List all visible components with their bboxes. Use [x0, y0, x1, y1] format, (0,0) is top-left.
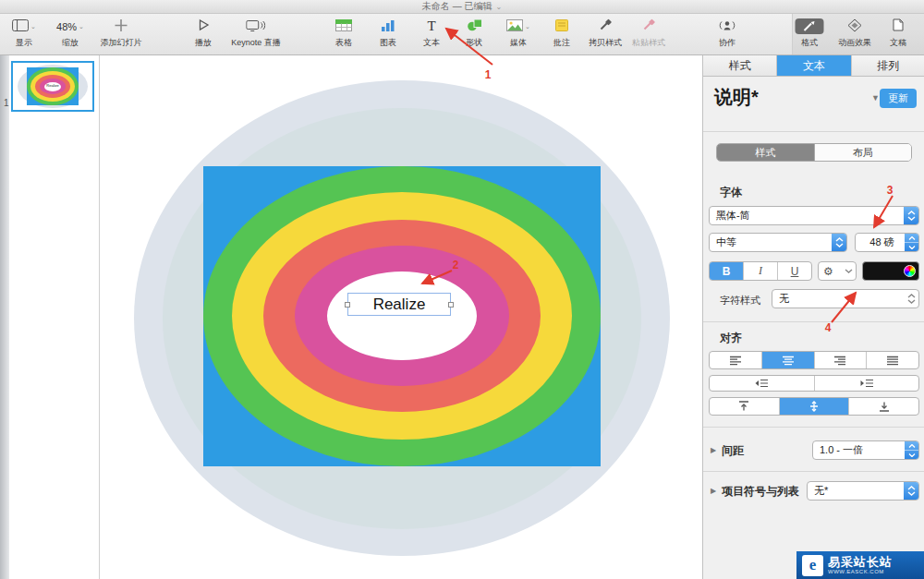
site-watermark: e 易采站长站 WWW.EASCK.COM [796, 551, 924, 579]
table-label: 表格 [335, 37, 352, 49]
play-label: 播放 [195, 37, 212, 49]
bold-button[interactable]: B [710, 262, 744, 280]
align-right-button[interactable] [815, 352, 868, 368]
valign-bottom-button[interactable] [849, 398, 918, 415]
eyedropper-icon [642, 18, 655, 34]
resize-handle-right[interactable] [448, 302, 454, 308]
zoom-value: 48% [56, 21, 77, 32]
valign-top-button[interactable] [710, 398, 780, 415]
inspector-tabs: 样式 文本 排列 [703, 55, 924, 77]
valign-middle-button[interactable] [780, 398, 850, 415]
divider [703, 471, 924, 472]
bullets-select[interactable]: 无* [807, 481, 919, 501]
view-icon [12, 19, 29, 34]
popup-chevrons-icon [904, 482, 918, 500]
paste-style-label: 粘贴样式 [632, 37, 665, 49]
text-box[interactable]: Realize [347, 293, 451, 316]
tab-style[interactable]: 样式 [703, 55, 777, 76]
slide-thumbnail[interactable]: Realize [11, 61, 94, 112]
text-button[interactable]: T 文本 [423, 18, 440, 49]
plus-icon [115, 18, 128, 35]
eyedropper-icon [599, 18, 612, 34]
tab-arrange[interactable]: 排列 [852, 55, 924, 76]
keynote-live-button[interactable]: Keynote 直播 [231, 18, 281, 49]
vertical-align-segment [709, 397, 919, 416]
animate-diamond-icon [847, 18, 862, 35]
divider [703, 131, 924, 132]
divider [703, 321, 924, 322]
chevron-down-icon: ⌄ [30, 23, 36, 30]
add-slide-label: 添加幻灯片 [101, 37, 142, 49]
align-left-button[interactable] [710, 352, 762, 368]
align-justify-button[interactable] [867, 352, 918, 368]
char-style-label: 字符样式 [720, 294, 760, 308]
text-icon: T [427, 18, 435, 34]
popup-chevrons-icon [904, 290, 918, 308]
popup-chevrons-icon [904, 207, 918, 224]
format-brush-icon [796, 18, 824, 34]
watermark-subtitle: WWW.EASCK.COM [828, 569, 893, 575]
stepper-icon [905, 234, 918, 251]
spacing-label: 间距 [722, 443, 744, 459]
update-button[interactable]: 更新 [880, 89, 917, 108]
shape-button[interactable]: 形状 [466, 18, 482, 49]
zoom-button[interactable]: 48%⌄ 缩放 [56, 18, 84, 49]
document-button[interactable]: 文稿 [890, 18, 906, 49]
animate-button[interactable]: 动画效果 [838, 18, 871, 49]
bullets-label: 项目符号与列表 [722, 484, 799, 500]
format-button[interactable]: 格式 [796, 18, 824, 49]
window-left-edge [0, 55, 9, 579]
char-style-select[interactable]: 无 [772, 289, 919, 308]
font-weight-select[interactable]: 中等 [709, 233, 847, 252]
chart-button[interactable]: 图表 [380, 18, 396, 49]
comment-button[interactable]: 批注 [553, 18, 570, 49]
paste-style-button[interactable]: 粘贴样式 [632, 18, 665, 49]
spacing-select[interactable]: 1.0 - 一倍 [812, 440, 919, 460]
style-dropdown-caret-icon[interactable]: ▼ [871, 93, 880, 103]
white-ellipse[interactable] [327, 271, 477, 360]
font-size-stepper[interactable]: 48 磅 [855, 233, 919, 252]
media-label: 媒体 [510, 37, 527, 49]
text-label: 文本 [423, 37, 440, 49]
copy-style-button[interactable]: 拷贝样式 [589, 18, 622, 49]
slide-navigator: Realize 1 [9, 55, 100, 579]
bullets-disclosure-icon[interactable]: ▶ [711, 487, 716, 495]
chevron-down-icon: ⌄ [525, 23, 530, 30]
play-button[interactable]: 播放 [195, 18, 212, 49]
bullets-value: 无* [808, 484, 904, 498]
media-button[interactable]: ⌄ 媒体 [506, 18, 530, 49]
title-chevron-icon: ⌄ [495, 3, 502, 11]
style-layout-segment: 样式 布局 [716, 143, 912, 162]
keynote-window: 未命名 — 已编辑 ⌄ ⌄ 显示 48%⌄ 缩放 添加幻灯片 播放 Keynot… [0, 0, 924, 579]
slide-canvas[interactable]: Realize [100, 55, 702, 579]
bold-italic-underline-segment: B I U [709, 261, 812, 281]
shape-label: 形状 [466, 37, 482, 49]
text-color-well[interactable] [862, 261, 919, 281]
align-center-button[interactable] [762, 352, 815, 368]
window-title: 未命名 — 已编辑 [422, 0, 492, 13]
italic-button[interactable]: I [744, 262, 778, 280]
tab-text[interactable]: 文本 [777, 55, 851, 76]
decrease-indent-button[interactable] [710, 376, 815, 391]
segment-layout[interactable]: 布局 [815, 144, 912, 161]
collaborate-button[interactable]: 协作 [718, 18, 736, 49]
toolbar: ⌄ 显示 48%⌄ 缩放 添加幻灯片 播放 Keynote 直播 表格 图表 [0, 14, 924, 55]
font-family-select[interactable]: 黑体-简 [709, 206, 919, 225]
table-button[interactable]: 表格 [335, 18, 352, 49]
window-titlebar[interactable]: 未命名 — 已编辑 ⌄ [0, 0, 924, 14]
add-slide-button[interactable]: 添加幻灯片 [101, 18, 142, 49]
text-options-gear-select[interactable]: ⚙ [818, 261, 857, 281]
comment-label: 批注 [553, 37, 570, 49]
resize-handle-left[interactable] [345, 302, 350, 308]
font-section-label: 字体 [720, 185, 742, 200]
spacing-disclosure-icon[interactable]: ▶ [711, 446, 716, 454]
chart-label: 图表 [380, 37, 396, 49]
watermark-logo-icon: e [802, 555, 823, 576]
text-box-value: Realize [373, 296, 426, 314]
document-label: 文稿 [890, 37, 906, 49]
segment-style[interactable]: 样式 [717, 144, 815, 161]
increase-indent-button[interactable] [815, 376, 919, 391]
underline-button[interactable]: U [778, 262, 811, 280]
document-icon [893, 18, 904, 34]
view-button[interactable]: ⌄ 显示 [12, 18, 36, 49]
